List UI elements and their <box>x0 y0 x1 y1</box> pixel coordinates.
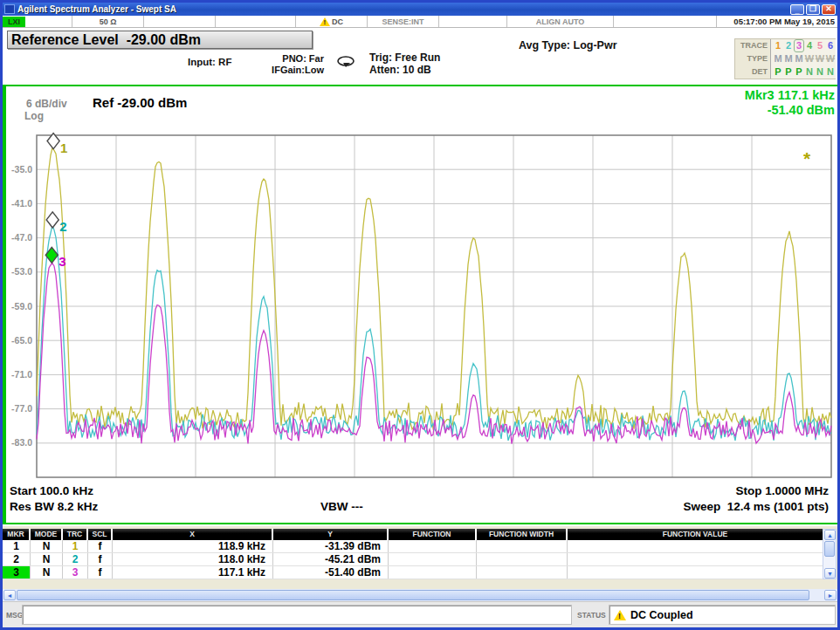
marker-mode: N <box>31 540 63 552</box>
avg-type-setting[interactable]: Avg Type: Log-Pwr <box>519 39 617 51</box>
column-header-scl: SCL <box>88 529 113 540</box>
marker-table-body: 1N1f118.9 kHz-31.39 dBm2N2f118.0 kHz-45.… <box>3 540 823 579</box>
marker-row-1[interactable]: 1N1f118.9 kHz-31.39 dBm <box>3 540 823 553</box>
trace-numbers-row: 123456 <box>770 39 836 52</box>
trace-2-number[interactable]: 2 <box>783 40 794 51</box>
marker-mode: N <box>31 566 63 579</box>
spectrum-chart: -35.0-41.0-47.0-53.0-59.0-65.0-71.0-77.0… <box>6 86 837 483</box>
marker-table: MKRMODETRCSCLXYFUNCTIONFUNCTION WIDTHFUN… <box>3 529 823 579</box>
trace-1-number[interactable]: 1 <box>773 40 783 51</box>
horizontal-scroll-thumb[interactable] <box>17 590 809 600</box>
scale-annotation[interactable]: 6 dB/div Log <box>26 98 67 122</box>
marker-row-2[interactable]: 2N2f118.0 kHz-45.21 dBm <box>3 553 823 566</box>
align-indicator: ALIGN AUTO <box>507 16 614 27</box>
marker-mode: N <box>31 553 63 565</box>
marker-function-value <box>568 566 823 579</box>
vertical-scroll-thumb[interactable] <box>824 541 835 557</box>
trace-6-detector[interactable]: N <box>825 66 836 78</box>
window-title: Agilent Spectrum Analyzer - Swept SA <box>17 4 176 14</box>
marker-scale: f <box>88 553 113 565</box>
start-freq-annotation[interactable]: Start 100.0 kHz <box>10 484 93 497</box>
res-bw-annotation[interactable]: Res BW 8.2 kHz <box>10 500 98 513</box>
datetime-display: 05:17:00 PM May 19, 2015 <box>717 16 837 27</box>
scroll-up-button[interactable]: ▲ <box>824 530 836 540</box>
marker-function-value <box>568 540 823 552</box>
y-axis-tick-label: -71.0 <box>11 369 32 380</box>
marker-function <box>389 553 477 565</box>
trace-2-detector[interactable]: P <box>783 66 794 78</box>
marker-trace: 3 <box>63 566 88 579</box>
input-setting[interactable]: Input: RF <box>188 57 231 67</box>
trace-detectors-row: PPPNNN <box>770 65 836 79</box>
marker-number: 3 <box>3 566 31 579</box>
column-header-function: FUNCTION <box>389 529 477 540</box>
trace-2-type[interactable]: M <box>783 53 794 65</box>
trace-4-number[interactable]: 4 <box>804 40 815 51</box>
trace-3-detector[interactable]: P <box>794 66 804 78</box>
trace-4-type[interactable]: W <box>804 53 815 65</box>
maximize-button[interactable]: ❐ <box>806 4 820 15</box>
scroll-left-button[interactable]: ◄ <box>3 590 16 600</box>
column-header-function-value: FUNCTION VALUE <box>568 529 823 540</box>
trace-5-detector[interactable]: N <box>815 66 825 78</box>
column-header-trc: TRC <box>63 529 88 540</box>
ref-level-annotation[interactable]: Ref -29.00 dBm <box>93 95 187 110</box>
marker-1-label: 1 <box>60 140 67 155</box>
title-bar[interactable]: Agilent Spectrum Analyzer - Swept SA _ ❐… <box>3 3 837 16</box>
reference-level-field[interactable]: Reference Level -29.00 dBm <box>7 31 313 49</box>
trace-3-type[interactable]: M <box>794 53 804 65</box>
marker-2-label: 2 <box>59 219 66 234</box>
sweep-annotation[interactable]: Sweep 12.4 ms (1001 pts) <box>683 500 829 513</box>
sense-indicator: SENSE:INT <box>368 16 439 27</box>
marker-3-label: 3 <box>59 254 65 269</box>
trigger-atten-settings[interactable]: Trig: Free Run Atten: 10 dB <box>369 51 440 76</box>
close-button[interactable]: ✕ <box>822 4 836 15</box>
status-cell-empty-2 <box>216 16 296 27</box>
marker-2-diamond[interactable] <box>46 212 59 228</box>
trace-1-type[interactable]: M <box>773 53 783 65</box>
trace-control-panel[interactable]: TRACE 123456 TYPE MMMWWW DET PPPNNN <box>734 38 836 79</box>
trace-types-row: MMMWWW <box>770 52 836 65</box>
trace-6-number[interactable]: 6 <box>825 40 836 51</box>
marker-number: 2 <box>3 553 31 565</box>
continuous-sweep-icon[interactable] <box>334 55 357 72</box>
trace-5-number[interactable]: 5 <box>815 40 825 51</box>
marker-number: 1 <box>3 540 31 552</box>
y-axis-tick-label: -53.0 <box>11 266 32 277</box>
trace-1-detector[interactable]: P <box>773 66 783 78</box>
attenuation-setting: Atten: 10 dB <box>369 64 440 76</box>
vertical-scrollbar[interactable]: ▲ ▼ <box>823 529 837 579</box>
trace-4-detector[interactable]: N <box>804 66 815 78</box>
trigger-setting: Trig: Free Run <box>369 51 440 64</box>
status-cell-empty-1 <box>144 16 216 27</box>
vbw-annotation[interactable]: VBW --- <box>320 500 363 513</box>
ifgain-setting: IFGain:Low <box>256 65 324 76</box>
y-axis-tick-label: -77.0 <box>11 403 32 414</box>
message-field <box>22 605 572 625</box>
stop-freq-annotation[interactable]: Stop 1.0000 MHz <box>735 484 829 497</box>
marker-readout-freq: Mkr3 117.1 kHz <box>745 88 835 103</box>
app-window: Agilent Spectrum Analyzer - Swept SA _ ❐… <box>0 0 840 630</box>
marker-readout[interactable]: Mkr3 117.1 kHz -51.40 dBm <box>745 88 835 117</box>
marker-row-3[interactable]: 3N3f117.1 kHz-51.40 dBm <box>3 566 823 579</box>
message-status-bar: MSG STATUS DC Coupled <box>3 601 837 627</box>
scroll-down-button[interactable]: ▼ <box>824 568 836 579</box>
pno-ifgain-setting[interactable]: PNO: Far IFGain:Low <box>256 53 324 76</box>
marker-y-value: -31.39 dBm <box>273 540 389 552</box>
input-impedance-indicator: 50 Ω <box>72 16 144 27</box>
trace-5-type[interactable]: W <box>815 53 825 65</box>
lxi-cell: LXI <box>3 16 72 27</box>
db-per-div: 6 dB/div <box>26 98 67 110</box>
det-row-label: DET <box>735 65 770 79</box>
y-axis-tick-label: -65.0 <box>11 335 32 346</box>
column-header-y: Y <box>273 529 389 540</box>
trace-6-type[interactable]: W <box>825 53 836 65</box>
minimize-button[interactable]: _ <box>790 4 804 15</box>
marker-x-value: 118.9 kHz <box>113 540 273 552</box>
marker-readout-ampl: -51.40 dBm <box>745 103 835 118</box>
trace-3-number[interactable]: 3 <box>794 39 804 52</box>
status-cell-empty-3 <box>439 16 507 27</box>
horizontal-scrollbar[interactable]: ◄ ► <box>3 589 837 601</box>
instrument-status-bar: LXI 50 Ω DC SENSE:INT ALIGN AUTO 05:17:0… <box>3 16 837 28</box>
scroll-right-button[interactable]: ► <box>824 590 837 600</box>
